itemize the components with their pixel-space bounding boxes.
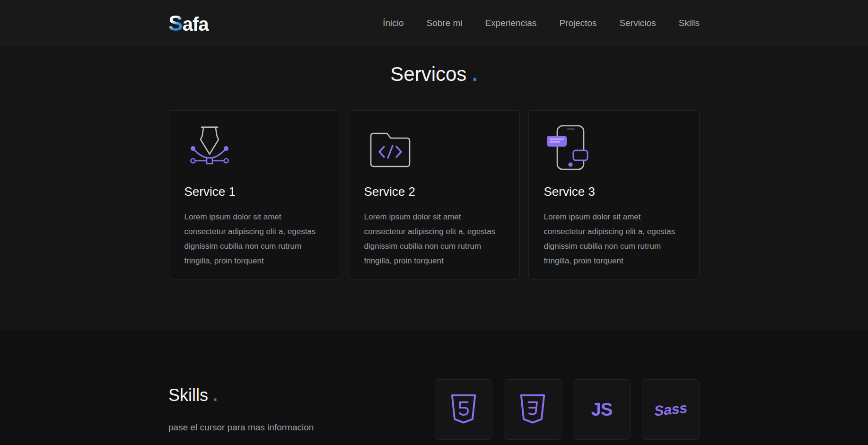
nav-item-sobre-mi[interactable]: Sobre mi xyxy=(427,18,463,28)
service-card-3: Service 3 Lorem ipsum dolor sit amet con… xyxy=(528,110,700,279)
service-card-description: Lorem ipsum dolor sit amet consectetur a… xyxy=(364,209,504,268)
skill-card-js[interactable]: JS xyxy=(573,379,631,440)
nav-item-projectos[interactable]: Projectos xyxy=(559,18,596,28)
nav-item-inicio[interactable]: Ínicio xyxy=(383,18,403,28)
logo-letter-s: S xyxy=(168,11,183,35)
skills-intro: Skills . pase el cursor para mas informa… xyxy=(168,330,314,433)
header: Safa Ínicio Sobre mi Experiencias Projec… xyxy=(0,0,868,46)
skill-card-sass[interactable]: Sass xyxy=(642,379,700,440)
js-icon: JS xyxy=(591,400,612,420)
nav-item-experiencias[interactable]: Experiencias xyxy=(485,18,537,28)
skills-hint: pase el cursor para mas informacion xyxy=(168,422,314,433)
code-folder-icon xyxy=(364,124,416,171)
services-section: Servicos . Service 1 Lorem ipsum dolor s… xyxy=(0,46,868,330)
css3-icon xyxy=(518,393,547,426)
main-nav: Ínicio Sobre mi Experiencias Projectos S… xyxy=(383,18,700,28)
title-dot: . xyxy=(213,385,218,405)
skill-card-html5[interactable] xyxy=(435,379,492,440)
sass-icon: Sass xyxy=(653,400,688,419)
services-title: Servicos . xyxy=(0,63,868,86)
nav-item-skills[interactable]: Skills xyxy=(679,18,700,28)
skills-section: Skills . pase el cursor para mas informa… xyxy=(0,330,868,445)
skills-cards-row: JS Sass xyxy=(435,330,700,440)
service-card-title: Service 1 xyxy=(184,184,324,199)
service-card-description: Lorem ipsum dolor sit amet consectetur a… xyxy=(544,209,684,268)
service-card-description: Lorem ipsum dolor sit amet consectetur a… xyxy=(184,209,324,268)
logo[interactable]: Safa xyxy=(168,10,209,36)
service-card-title: Service 3 xyxy=(544,184,684,199)
title-dot: . xyxy=(472,63,478,85)
pen-tool-icon xyxy=(184,124,237,171)
service-cards-row: Service 1 Lorem ipsum dolor sit amet con… xyxy=(169,110,700,279)
service-card-1: Service 1 Lorem ipsum dolor sit amet con… xyxy=(169,110,340,279)
service-card-title: Service 2 xyxy=(364,184,504,199)
service-card-2: Service 2 Lorem ipsum dolor sit amet con… xyxy=(349,110,520,279)
mobile-phone-icon xyxy=(544,124,596,171)
logo-rest: afa xyxy=(183,14,209,35)
nav-item-servicios[interactable]: Servicios xyxy=(620,18,656,28)
html5-icon xyxy=(449,393,478,426)
skills-title: Skills . xyxy=(168,385,314,405)
skill-card-css3[interactable] xyxy=(504,379,561,440)
